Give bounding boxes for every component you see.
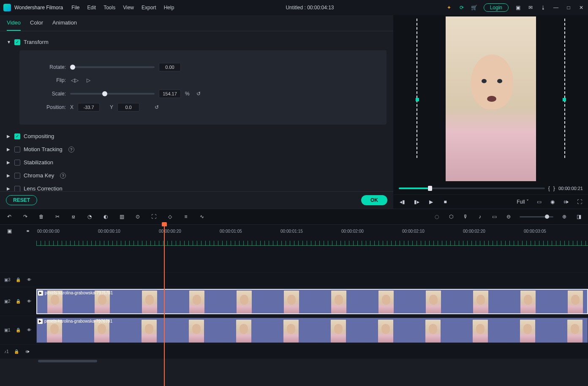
eye-icon[interactable]: 👁 xyxy=(26,298,33,305)
snapshot-icon[interactable]: ◉ xyxy=(549,198,556,205)
zoom-out-icon[interactable]: ⊖ xyxy=(505,213,512,220)
help-icon[interactable]: ? xyxy=(68,147,74,152)
chroma-key-checkbox[interactable] xyxy=(14,173,20,179)
rotate-value[interactable]: 0.00 xyxy=(159,63,181,71)
menu-help[interactable]: Help xyxy=(164,5,174,11)
timeline-scrollbar[interactable] xyxy=(0,359,588,363)
motion-tracking-checkbox[interactable] xyxy=(14,147,20,152)
reset-button[interactable]: RESET xyxy=(6,195,37,205)
adjust-icon[interactable]: ≡ xyxy=(182,213,189,220)
transform-checkbox[interactable]: ✓ xyxy=(14,39,20,45)
video-clip[interactable]: ▶pexels-karolina-grabowska-7976781 xyxy=(36,289,588,314)
zoom-slider[interactable] xyxy=(520,216,553,217)
video-clip[interactable]: ▶pexels-karolina-grabowska-7976781 xyxy=(36,318,588,343)
flip-horizontal-icon[interactable]: ◁▷ xyxy=(70,76,79,85)
download-icon[interactable]: ⭳ xyxy=(540,4,547,11)
scale-slider[interactable] xyxy=(70,93,155,95)
stabilization-checkbox[interactable] xyxy=(14,160,20,166)
lock-icon[interactable]: 🔒 xyxy=(13,348,20,355)
login-button[interactable]: Login xyxy=(484,3,509,12)
ratio-icon[interactable]: ▭ xyxy=(491,213,498,220)
cart-icon[interactable]: 🛒 xyxy=(471,4,478,11)
ok-button[interactable]: OK xyxy=(361,195,387,205)
section-compositing[interactable]: ▶ ✓ Compositing xyxy=(7,130,387,143)
tab-animation[interactable]: Animation xyxy=(52,19,77,31)
menu-tools[interactable]: Tools xyxy=(103,5,115,11)
mail-icon[interactable]: ✉ xyxy=(527,4,534,11)
redo-icon[interactable]: ↷ xyxy=(22,213,29,220)
preview-progress[interactable] xyxy=(399,188,545,189)
delete-icon[interactable]: 🗑 xyxy=(38,213,45,220)
scale-value[interactable]: 154.17 xyxy=(159,90,181,98)
lens-correction-checkbox[interactable] xyxy=(14,186,20,192)
fullscreen-icon[interactable]: ⛶ xyxy=(576,198,583,205)
section-lens-correction[interactable]: ▶ Lens Correction xyxy=(7,182,387,191)
lock-icon[interactable]: 🔒 xyxy=(15,277,22,283)
menu-view[interactable]: View xyxy=(123,5,134,11)
duration-icon[interactable]: ⊙ xyxy=(134,213,141,220)
crop-handle-icon[interactable] xyxy=(563,98,566,101)
lock-icon[interactable]: 🔒 xyxy=(15,298,22,305)
mute-icon[interactable]: 🕪 xyxy=(24,348,31,355)
volume-icon[interactable]: 🕪 xyxy=(563,198,569,205)
speed-icon[interactable]: ◔ xyxy=(86,213,93,220)
green-screen-icon[interactable]: ▥ xyxy=(118,213,125,220)
marker-icon[interactable]: ⬡ xyxy=(448,213,455,220)
position-reset-icon[interactable]: ↺ xyxy=(152,103,161,112)
compositing-checkbox[interactable]: ✓ xyxy=(14,133,20,139)
link-icon[interactable]: ⚭ xyxy=(24,228,31,234)
chevron-down-icon: ▼ xyxy=(7,40,11,44)
split-icon[interactable]: ✂ xyxy=(54,213,61,220)
refresh-icon[interactable]: ⟳ xyxy=(458,4,465,11)
quality-dropdown[interactable]: Full ˅ xyxy=(517,199,529,205)
zoom-in-icon[interactable]: ⊕ xyxy=(561,213,568,220)
lightbulb-icon[interactable]: ✦ xyxy=(446,4,452,11)
tab-color[interactable]: Color xyxy=(30,19,43,31)
scale-reset-icon[interactable]: ↺ xyxy=(194,89,203,98)
window-minimize-icon[interactable]: — xyxy=(553,4,559,11)
playhead[interactable] xyxy=(164,225,165,386)
media-pool-icon[interactable]: ▣ xyxy=(6,228,13,234)
menu-edit[interactable]: Edit xyxy=(87,5,96,11)
tab-video[interactable]: Video xyxy=(7,19,21,31)
position-x-value[interactable]: -33.7 xyxy=(78,103,100,111)
rotate-slider[interactable] xyxy=(70,66,155,68)
menu-export[interactable]: Export xyxy=(142,5,156,11)
section-chroma-key[interactable]: ▶ Chroma Key ? xyxy=(7,169,387,182)
window-close-icon[interactable]: ✕ xyxy=(578,4,585,11)
panel-toggle-icon[interactable]: ◨ xyxy=(575,213,582,220)
eye-icon[interactable]: 👁 xyxy=(26,327,33,334)
timeline-ruler[interactable]: ▣ ⚭ 00:00:00:00 00:00:00:10 00:00:00:20 … xyxy=(0,225,588,237)
render-icon[interactable]: ◌ xyxy=(433,213,440,220)
lock-icon[interactable]: 🔒 xyxy=(15,327,22,334)
crop-icon[interactable]: ⟏ xyxy=(70,213,77,220)
stop-icon[interactable]: ■ xyxy=(442,198,449,205)
preview-canvas[interactable] xyxy=(394,15,588,182)
crop-handle-icon[interactable] xyxy=(416,98,419,101)
section-motion-tracking[interactable]: ▶ Motion Tracking ? xyxy=(7,143,387,156)
next-frame-icon[interactable]: ▮▸ xyxy=(413,198,420,205)
display-icon[interactable]: ▭ xyxy=(536,198,542,205)
window-maximize-icon[interactable]: □ xyxy=(565,4,572,11)
section-stabilization[interactable]: ▶ Stabilization xyxy=(7,156,387,169)
bracket-right-icon[interactable]: } xyxy=(553,185,555,191)
ruler-tick: 00:00:02:20 xyxy=(463,229,485,234)
play-icon[interactable]: ▶ xyxy=(427,198,434,205)
keyframe-icon[interactable]: ◇ xyxy=(166,213,173,220)
menu-file[interactable]: File xyxy=(71,5,79,11)
flip-vertical-icon[interactable]: ▷ xyxy=(84,76,93,85)
fit-icon[interactable]: ⛶ xyxy=(150,213,157,220)
help-icon[interactable]: ? xyxy=(60,173,66,179)
undo-icon[interactable]: ↶ xyxy=(6,213,13,220)
position-y-value[interactable]: 0.0 xyxy=(117,103,139,111)
track-empty[interactable] xyxy=(0,242,588,273)
audio-mixer-icon[interactable]: ♪ xyxy=(476,213,483,220)
bracket-left-icon[interactable]: { xyxy=(548,185,550,191)
prev-frame-icon[interactable]: ◂▮ xyxy=(399,198,406,205)
save-icon[interactable]: ▣ xyxy=(514,4,521,11)
audio-icon[interactable]: ∿ xyxy=(199,213,205,220)
voiceover-icon[interactable]: 🎙 xyxy=(462,213,469,220)
eye-icon[interactable]: 👁 xyxy=(26,277,33,283)
section-transform[interactable]: ▼ ✓ Transform xyxy=(7,36,387,48)
color-icon[interactable]: ◐ xyxy=(102,213,109,220)
